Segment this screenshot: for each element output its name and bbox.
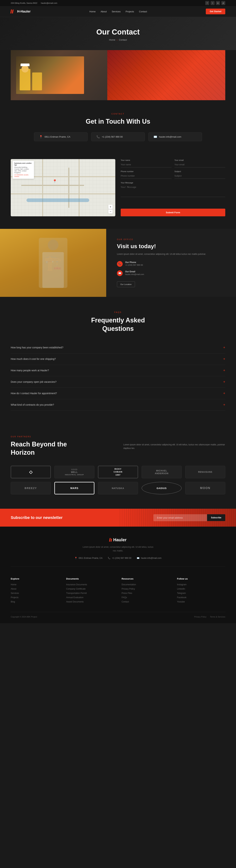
nav-contact[interactable]: Contact (139, 10, 147, 13)
hero-image (11, 50, 225, 100)
name-input[interactable] (121, 162, 172, 167)
facebook-icon[interactable]: f (205, 1, 209, 5)
footer-link-projects[interactable]: Projects (11, 596, 59, 599)
footer-link-documentation[interactable]: Documentation (122, 583, 170, 586)
footer-email-icon: ✉️ (137, 557, 139, 559)
faq-item-5[interactable]: What kind of contracts do you provide? + (11, 399, 225, 411)
linkedin-icon[interactable]: in (216, 1, 220, 5)
footer-columns: Explore Home About Services Projects Blo… (11, 574, 225, 605)
footer-link-home[interactable]: Home (11, 583, 59, 586)
logo-bar-1 (109, 538, 111, 541)
footer-info-bar: 📍 0811 Erdman Prairie, CA 📞 +1 (234) 567… (11, 557, 225, 559)
navbar: H-Hauler Home About Services Projects Co… (0, 6, 236, 17)
faq-question-2: How many people work at Hauler? (11, 369, 49, 372)
phone-input[interactable] (121, 173, 172, 179)
partner-logo-9: MOON (185, 482, 225, 494)
faq-item-0[interactable]: How long has your company been establish… (11, 342, 225, 353)
visit-email-value: hauler.info@mail.com (125, 273, 144, 275)
footer-link-about[interactable]: About (11, 588, 59, 590)
visit-phone-label: Our Phone (125, 261, 143, 264)
footer-logo: Hauler (11, 537, 225, 542)
visit-description: Lorem ipsum dolor sit amet, consectetur … (117, 252, 227, 256)
head-shape (48, 240, 59, 250)
twitter-icon[interactable]: t (211, 1, 214, 5)
faq-item-4[interactable]: How do I contact Hauler for appointment?… (11, 388, 225, 399)
footer-link-award[interactable]: Award Documents (66, 600, 114, 603)
nav-home[interactable]: Home (90, 10, 96, 13)
faq-item-1[interactable]: How much does it cost for one shipping? … (11, 353, 225, 365)
zoom-in[interactable]: + (108, 205, 113, 209)
email-input[interactable] (174, 162, 226, 167)
contact-phone-text: +1 (234) 567 890 00 (102, 135, 123, 138)
footer-link-press[interactable]: Press Files (122, 592, 170, 594)
body-shape (42, 252, 64, 288)
subject-input[interactable] (174, 173, 226, 179)
terms-link[interactable]: Terms & Services (210, 616, 225, 618)
logo[interactable]: H-Hauler (11, 9, 31, 13)
footer-address-text: 0811 Erdman Prairie, CA (79, 557, 102, 559)
nav-about[interactable]: About (101, 10, 107, 13)
footer-address: 📍 0811 Erdman Prairie, CA (74, 557, 102, 559)
faq-question-3: Does your company open job vacancies? (11, 380, 57, 383)
visit-phone-info: Our Phone +1 (234) 567 890 00 (125, 261, 143, 266)
faq-expand-4[interactable]: + (223, 391, 225, 396)
partner-logo-0: ◇ (11, 466, 51, 478)
newsletter-input[interactable] (154, 514, 207, 521)
footer-link-privacy[interactable]: Privacy Policy (122, 588, 170, 590)
faq-expand-3[interactable]: + (223, 380, 225, 384)
contact-email-text: hauler.info@mail.com (159, 135, 181, 138)
faq-item-2[interactable]: How many people work at Hauler? + (11, 365, 225, 376)
message-label: Your Message (121, 182, 225, 184)
footer-col-social-list: Instagram LinkedIn Telegram Facebook You… (177, 583, 225, 603)
newsletter-button[interactable]: Subscribe (207, 514, 225, 521)
faq-expand-1[interactable]: + (223, 357, 225, 361)
top-bar-address: 234 Etling Knolls, Savica 8422 (11, 2, 37, 4)
subject-label: Subject (174, 170, 226, 173)
top-bar-social: f t in yt (205, 1, 225, 5)
map-address: Riverside Building, County Hall, London … (14, 166, 32, 174)
faq-expand-2[interactable]: + (223, 368, 225, 373)
faq-expand-5[interactable]: + (223, 403, 225, 407)
partner-logo-4: RENAISANS (185, 466, 225, 478)
footer-col-social: Follow us Instagram LinkedIn Telegram Fa… (177, 578, 225, 605)
faq-expand-0[interactable]: + (223, 345, 225, 350)
location-button[interactable]: Our Location (117, 281, 135, 287)
footer-link-services[interactable]: Services (11, 592, 59, 594)
worker2 (32, 72, 42, 90)
faq-item-3[interactable]: Does your company open job vacancies? + (11, 376, 225, 388)
footer-link-facebook[interactable]: Facebook (177, 596, 225, 599)
footer-link-certificate[interactable]: Company Certificate (66, 588, 114, 590)
footer-link-transport[interactable]: Transportation Permit (66, 592, 114, 594)
faq-title: Frequently AskedQuestions (11, 316, 225, 333)
footer-link-evaluation[interactable]: Annual Evaluation (66, 596, 114, 599)
partner-logo-6: MARS (54, 482, 94, 494)
nav-projects[interactable]: Projects (126, 10, 134, 13)
contact-section: CONTACT Get in Touch With Us 📍 0811 Erdm… (0, 100, 236, 159)
visit-label: OUR OFFICE (117, 239, 227, 241)
nav-services[interactable]: Services (112, 10, 121, 13)
visit-email-label: Our Email (125, 270, 144, 273)
footer-link-faqs[interactable]: FAQs (122, 596, 170, 599)
footer-link-youtube[interactable]: Youtube (177, 600, 225, 603)
footer-col-resources-title: Resources (122, 578, 170, 580)
footer: Hauler Lorem ipsum dolor sit amet, conse… (0, 527, 236, 623)
map-controls[interactable]: + − (108, 205, 113, 214)
visit-phone: 📞 Our Phone +1 (234) 567 890 00 (117, 261, 227, 267)
submit-button[interactable]: Submit Form (121, 209, 225, 216)
privacy-policy-link[interactable]: Privacy Policy (194, 616, 206, 618)
map-road-4 (79, 159, 79, 216)
message-input[interactable] (121, 184, 225, 197)
zoom-out[interactable]: − (108, 209, 113, 214)
footer-link-insurance[interactable]: Insurance Documents (66, 583, 114, 586)
footer-link-linkedin[interactable]: LinkedIn (177, 588, 225, 590)
footer-link-blog[interactable]: Blog (11, 600, 59, 603)
partner-logo-1: GOOD WELL INDUSTRIAL GROUP (54, 466, 94, 478)
footer-link-telegram[interactable]: Telegram (177, 592, 225, 594)
map-title: hammum.com London Spr (14, 162, 32, 166)
footer-location-icon: 📍 (74, 557, 77, 559)
get-started-button[interactable]: Get Started (206, 8, 225, 14)
partners-section: OUR PARTNERS Reach Beyond theHorizon Lor… (0, 425, 236, 509)
footer-link-contact[interactable]: Contact (122, 600, 170, 603)
footer-link-instagram[interactable]: Instagram (177, 583, 225, 586)
youtube-icon[interactable]: yt (221, 1, 225, 5)
